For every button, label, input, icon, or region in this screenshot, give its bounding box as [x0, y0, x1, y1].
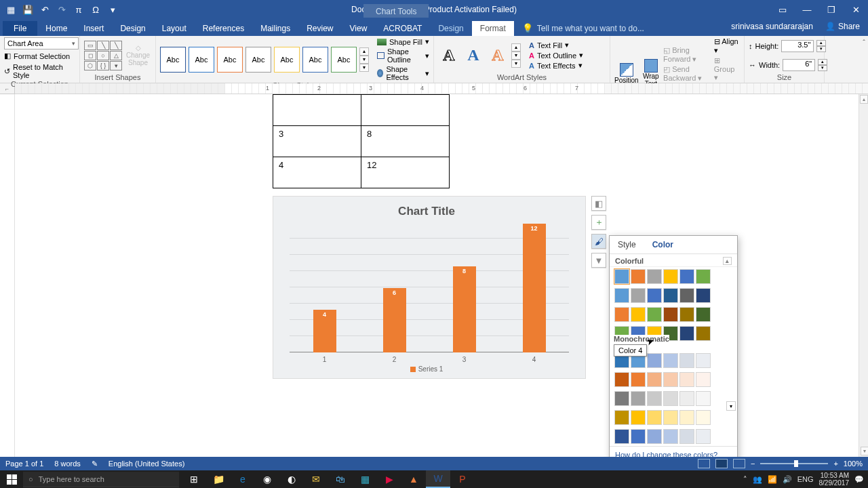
- photos-button[interactable]: ▦: [353, 470, 377, 488]
- shape-effects-button[interactable]: Shape Effects ▾: [377, 65, 429, 81]
- shape-style-gallery[interactable]: Abc Abc Abc Abc Abc Abc Abc ▴▾▾: [160, 47, 369, 73]
- share-button[interactable]: 👤 Share: [825, 22, 860, 31]
- chart-legend[interactable]: Series 1: [279, 365, 574, 373]
- text-effects-button[interactable]: AText Effects ▾: [529, 61, 583, 70]
- undo-icon[interactable]: ↶: [37, 1, 53, 18]
- layout-options-button[interactable]: ◧: [591, 196, 606, 211]
- bar-2[interactable]: 6: [383, 288, 406, 352]
- color-swatch[interactable]: [696, 269, 711, 284]
- wordart-style-1[interactable]: A: [438, 43, 460, 68]
- color-swatch[interactable]: [663, 269, 678, 284]
- network-icon[interactable]: 📶: [768, 475, 777, 484]
- redo-icon[interactable]: ↷: [54, 1, 70, 18]
- color-swatch[interactable]: [679, 353, 694, 368]
- color-swatch[interactable]: [614, 372, 629, 387]
- color-swatch[interactable]: [631, 269, 646, 284]
- color-swatch[interactable]: [663, 307, 678, 322]
- chart-element-selector[interactable]: Chart Area: [4, 37, 79, 49]
- color-swatch[interactable]: [679, 288, 694, 303]
- color-swatch[interactable]: [614, 269, 629, 284]
- shape-style-6[interactable]: Abc: [302, 47, 328, 73]
- color-swatch[interactable]: [614, 429, 629, 444]
- color-swatch[interactable]: [663, 429, 678, 444]
- bar-1[interactable]: 4: [313, 310, 336, 352]
- input-language[interactable]: ENG: [797, 475, 814, 483]
- print-layout-button[interactable]: [715, 459, 728, 468]
- web-layout-button[interactable]: [733, 459, 745, 468]
- bring-forward-button[interactable]: ◱ Bring Forward ▾: [663, 46, 711, 64]
- reset-style-button[interactable]: ↺Reset to Match Style: [4, 62, 75, 80]
- save-icon[interactable]: 💾: [20, 1, 36, 18]
- scroll-up-icon[interactable]: ▴: [723, 257, 732, 265]
- color-swatch[interactable]: [679, 326, 694, 341]
- color-swatch[interactable]: [614, 410, 629, 425]
- change-shape-button[interactable]: ◇ Change Shape: [125, 44, 151, 66]
- table-row[interactable]: 3 8: [273, 126, 450, 157]
- scroll-down-icon[interactable]: ▾: [726, 401, 736, 411]
- tab-references[interactable]: References: [195, 21, 252, 36]
- width-input[interactable]: 6": [783, 59, 815, 71]
- tab-mailings[interactable]: Mailings: [252, 21, 298, 36]
- tell-me-search[interactable]: 💡 Tell me what you want to do...: [514, 20, 652, 36]
- store-button[interactable]: 🛍: [328, 470, 353, 488]
- tab-file[interactable]: File: [3, 21, 37, 36]
- color-swatch[interactable]: [696, 372, 711, 387]
- scroll-down-button[interactable]: ▾: [861, 447, 868, 455]
- color-swatch[interactable]: [647, 353, 662, 368]
- table-row[interactable]: [273, 95, 450, 126]
- gallery-scroll[interactable]: ▴▾▾: [359, 47, 369, 72]
- collapse-ribbon-button[interactable]: ˆ: [863, 39, 865, 47]
- color-swatch[interactable]: [679, 391, 694, 406]
- color-swatch[interactable]: [679, 269, 694, 284]
- chart-filters-button[interactable]: ▼: [591, 253, 606, 268]
- color-swatch[interactable]: [614, 288, 629, 303]
- color-swatch[interactable]: [663, 410, 678, 425]
- color-swatch[interactable]: [679, 410, 694, 425]
- shape-style-4[interactable]: Abc: [245, 47, 271, 73]
- chart-elements-button[interactable]: ＋: [591, 215, 606, 230]
- table-cell[interactable]: [361, 95, 450, 126]
- zoom-level[interactable]: 100%: [844, 460, 863, 468]
- table-row[interactable]: 4 12: [273, 157, 450, 188]
- color-swatch[interactable]: [614, 307, 629, 322]
- format-selection-button[interactable]: ◧Format Selection: [4, 51, 70, 61]
- color-swatch[interactable]: [663, 288, 678, 303]
- bar-4[interactable]: 12: [523, 224, 546, 352]
- shape-fill-button[interactable]: Shape Fill ▾: [377, 37, 429, 46]
- volume-icon[interactable]: 🔊: [783, 475, 792, 484]
- notifications-icon[interactable]: 💬: [854, 475, 864, 484]
- word-taskbar-button[interactable]: W: [426, 470, 450, 488]
- scroll-up-button[interactable]: ▴: [860, 95, 868, 104]
- wordart-style-2[interactable]: A: [462, 43, 484, 68]
- omega-icon[interactable]: Ω: [87, 1, 104, 18]
- taskbar-search[interactable]: ○ Type here to search: [23, 472, 179, 487]
- tab-acrobat[interactable]: ACROBAT: [375, 21, 430, 36]
- color-swatch[interactable]: [647, 288, 662, 303]
- wordart-style-3[interactable]: A: [487, 43, 509, 68]
- vertical-scrollbar[interactable]: ▴ ▾: [859, 94, 868, 457]
- proofing-icon[interactable]: ✎: [92, 460, 98, 468]
- color-swatch[interactable]: [631, 410, 646, 425]
- width-spinner[interactable]: ▴▾: [818, 59, 827, 71]
- qat-more-icon[interactable]: ▾: [104, 1, 121, 18]
- color-swatch[interactable]: [647, 372, 662, 387]
- position-button[interactable]: Position: [614, 63, 639, 84]
- shape-style-2[interactable]: Abc: [189, 47, 214, 73]
- table-cell[interactable]: [273, 95, 361, 126]
- color-swatch[interactable]: [679, 429, 694, 444]
- language-indicator[interactable]: English (United States): [108, 460, 185, 468]
- edge-button[interactable]: e: [231, 470, 255, 488]
- app-button[interactable]: ◐: [279, 470, 304, 488]
- tab-view[interactable]: View: [342, 21, 376, 36]
- color-swatch[interactable]: [663, 391, 678, 406]
- color-swatch[interactable]: [663, 372, 678, 387]
- align-button[interactable]: ⊟ Align ▾: [714, 37, 740, 55]
- color-swatch[interactable]: [696, 353, 711, 368]
- chart-plot-area[interactable]: 4 6 8 12 1234 Series 1: [279, 224, 574, 373]
- restore-icon[interactable]: ❐: [819, 0, 844, 19]
- word-count[interactable]: 8 words: [54, 460, 81, 468]
- ruler-horizontal[interactable]: 1 2 3 4 5 6 7: [15, 83, 868, 94]
- color-swatch[interactable]: [631, 307, 646, 322]
- table-cell[interactable]: 12: [361, 157, 450, 188]
- tab-design[interactable]: Design: [112, 21, 153, 36]
